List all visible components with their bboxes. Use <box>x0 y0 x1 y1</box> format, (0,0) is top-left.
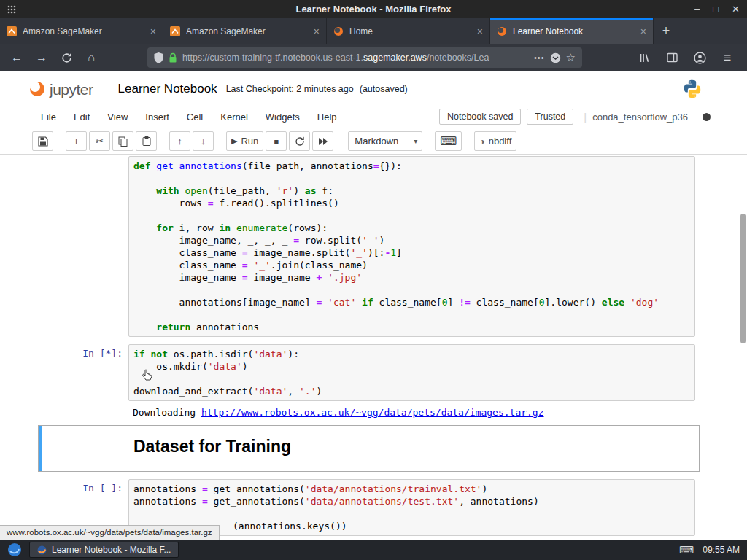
maximize-button[interactable]: □ <box>713 4 719 15</box>
browser-tab-home[interactable]: Home × <box>327 18 490 44</box>
menu-widgets[interactable]: Widgets <box>257 109 309 125</box>
menu-edit[interactable]: Edit <box>65 109 98 125</box>
lock-icon[interactable] <box>169 52 177 63</box>
browser-navbar: ← → ⌂ https://custom-training-tf.noteboo… <box>0 44 747 71</box>
tab-close-icon[interactable]: × <box>477 26 483 37</box>
python-logo-icon <box>681 78 703 100</box>
tab-close-icon[interactable]: × <box>314 26 320 37</box>
bookmark-star-icon[interactable]: ☆ <box>566 51 576 64</box>
menu-kernel[interactable]: Kernel <box>212 109 257 125</box>
cut-cell-button[interactable]: ✂ <box>89 131 110 151</box>
browser-tab-learner-notebook[interactable]: Learner Notebook × <box>490 18 654 44</box>
input-method-indicator-icon[interactable]: ⌨ <box>679 544 694 556</box>
jupyter-logo[interactable]: jupyter <box>28 79 93 98</box>
cell-type-select[interactable]: Markdown ▾ <box>348 131 422 151</box>
notebook-title[interactable]: Learner Notebook <box>118 82 217 96</box>
cell-prompt <box>38 156 128 337</box>
tab-label: Home <box>349 26 471 36</box>
move-cell-up-button[interactable]: ↑ <box>169 131 190 151</box>
arrow-up-icon: ↑ <box>177 136 182 147</box>
library-button[interactable] <box>635 48 654 67</box>
sidebars-button[interactable] <box>662 48 681 67</box>
command-palette-button[interactable]: ⌨ <box>435 131 462 151</box>
copy-cell-button[interactable] <box>112 131 133 151</box>
home-button[interactable]: ⌂ <box>82 48 101 67</box>
tab-label: Learner Notebook <box>513 26 635 36</box>
nbdiff-button[interactable]: ◑ nbdiff <box>474 131 516 151</box>
reload-icon <box>61 52 72 63</box>
insert-cell-button[interactable]: + <box>66 131 87 151</box>
close-button[interactable]: ✕ <box>732 4 740 15</box>
arrow-down-icon: ↓ <box>201 136 206 147</box>
jupyter-favicon <box>333 26 344 36</box>
url-bar[interactable]: https://custom-training-tf.notebook.us-e… <box>147 47 582 68</box>
menu-cell[interactable]: Cell <box>178 109 212 125</box>
checkpoint-status: Last Checkpoint: 2 minutes ago <box>226 84 354 94</box>
taskbar-window-button[interactable]: Learner Notebook - Mozilla F... <box>29 542 179 558</box>
account-avatar-icon <box>694 52 706 64</box>
taskbar-window-label: Learner Notebook - Mozilla F... <box>52 545 171 555</box>
code-input[interactable]: if not os.path.isdir('data'): os.mkdir('… <box>128 344 695 401</box>
menu-help[interactable]: Help <box>309 109 346 125</box>
run-cell-button[interactable]: ▶ Run <box>226 131 263 151</box>
separator: | <box>584 111 587 123</box>
menu-insert[interactable]: Insert <box>136 109 178 125</box>
restart-run-all-button[interactable] <box>312 131 333 151</box>
cell-prompt: In [*]: <box>38 344 128 401</box>
output-text: Downloading <box>133 407 201 418</box>
nbdiff-label: nbdiff <box>489 136 512 147</box>
back-button[interactable]: ← <box>7 48 26 67</box>
restart-kernel-button[interactable] <box>289 131 310 151</box>
forward-button[interactable]: → <box>32 48 51 67</box>
kernel-busy-indicator <box>703 113 711 121</box>
menu-file[interactable]: File <box>32 109 65 125</box>
tracking-shield-icon[interactable] <box>154 52 163 63</box>
cell-output-row: Downloading http://www.robots.ox.ac.uk/~… <box>38 406 747 419</box>
vertical-scrollbar-thumb[interactable] <box>740 214 746 343</box>
markdown-heading: Dataset for Training <box>133 437 699 456</box>
browser-viewport: jupyter Learner Notebook Last Checkpoint… <box>0 71 747 540</box>
notebook-saved-notification[interactable]: Notebook saved <box>439 109 521 125</box>
page-actions-icon[interactable]: ••• <box>534 53 545 62</box>
library-icon <box>639 52 650 63</box>
kernel-name: conda_tensorflow_p36 <box>592 112 688 122</box>
account-button[interactable] <box>690 48 709 67</box>
move-cell-down-button[interactable]: ↓ <box>193 131 214 151</box>
clock: 09:55 AM <box>703 545 740 555</box>
browser-tab-sagemaker-1[interactable]: Amazon SageMaker × <box>0 18 163 44</box>
run-label: Run <box>241 136 258 147</box>
url-domain: sagemaker.aws <box>363 52 427 63</box>
cut-icon: ✂ <box>96 136 104 147</box>
plus-icon: + <box>74 136 80 147</box>
notebook-toolbar: + ✂ ↑ ↓ ▶ Run ■ Ma <box>0 128 747 155</box>
tab-label: Amazon SageMaker <box>186 26 308 36</box>
desktop: Learner Notebook - Mozilla Firefox – □ ✕… <box>0 0 747 560</box>
hamburger-menu-button[interactable]: ≡ <box>718 48 737 67</box>
jupyter-logo-text: jupyter <box>50 81 93 98</box>
fast-forward-icon <box>318 137 328 146</box>
notebook-cells-area: def get_annotations(file_path, annotatio… <box>0 155 747 540</box>
copy-icon <box>118 136 128 147</box>
markdown-cell-selected[interactable]: Dataset for Training <box>38 425 700 472</box>
mouse-hand-cursor <box>142 369 152 381</box>
output-link[interactable]: http://www.robots.ox.ac.uk/~vgg/data/pet… <box>201 407 544 418</box>
interrupt-kernel-button[interactable]: ■ <box>266 131 287 151</box>
tab-close-icon[interactable]: × <box>640 26 646 37</box>
save-button[interactable] <box>32 131 53 151</box>
minimize-button[interactable]: – <box>694 4 700 15</box>
play-icon: ▶ <box>231 136 237 146</box>
pocket-icon[interactable] <box>550 52 561 63</box>
paste-icon <box>142 136 152 147</box>
taskbar-app-icon[interactable] <box>7 542 22 557</box>
new-tab-button[interactable]: + <box>654 18 678 44</box>
menu-view[interactable]: View <box>98 109 136 125</box>
paste-cell-button[interactable] <box>136 131 157 151</box>
trusted-badge[interactable]: Trusted <box>527 109 573 125</box>
jupyter-logo-icon <box>28 79 47 98</box>
code-input[interactable]: def get_annotations(file_path, annotatio… <box>128 156 695 337</box>
browser-tab-sagemaker-2[interactable]: Amazon SageMaker × <box>163 18 327 44</box>
firefox-icon <box>37 545 47 555</box>
url-text: https://custom-training-tf.notebook.us-e… <box>182 52 529 63</box>
reload-button[interactable] <box>57 48 76 67</box>
tab-close-icon[interactable]: × <box>150 26 156 37</box>
